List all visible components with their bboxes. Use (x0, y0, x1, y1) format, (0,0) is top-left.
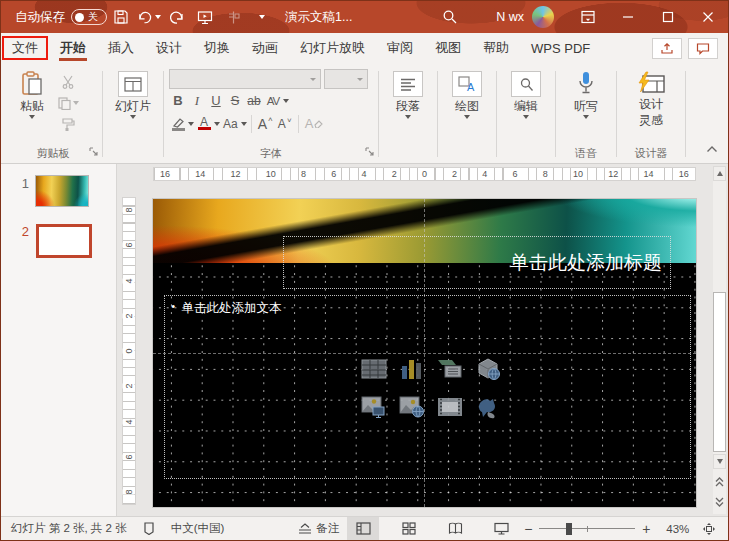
slide-canvas[interactable]: 单击此处添加标题 • 单击此处添加文本 (153, 199, 696, 507)
insert-picture-icon[interactable] (359, 394, 389, 420)
save-button[interactable] (109, 5, 133, 29)
fit-slide-to-window-button[interactable] (693, 517, 725, 541)
tab-view[interactable]: 视图 (424, 33, 472, 63)
slide-sorter-view-button[interactable] (393, 517, 425, 541)
vertical-scrollbar[interactable] (713, 166, 726, 514)
ribbon-display-options-button[interactable] (568, 1, 608, 33)
design-ideas-button[interactable]: 设计 灵感 (622, 69, 680, 127)
content-placeholder[interactable]: • 单击此处添加文本 (164, 295, 691, 479)
insert-online-picture-icon[interactable] (397, 394, 427, 420)
slide-thumbnail-2-selected[interactable] (36, 224, 92, 258)
decrease-font-size-button[interactable]: A˅ (276, 113, 294, 134)
zoom-out-button[interactable]: − (523, 524, 533, 534)
format-painter-button[interactable] (55, 115, 81, 133)
new-slide-button[interactable]: 幻灯片 (108, 69, 158, 119)
italic-button[interactable]: I (188, 90, 206, 111)
avatar[interactable] (532, 6, 554, 28)
tab-file[interactable]: 文件 (1, 33, 49, 63)
spacing-dropdown-icon[interactable] (283, 99, 289, 103)
change-case-dropdown-icon[interactable] (241, 122, 247, 126)
dictate-button[interactable]: 听写 (561, 69, 611, 119)
tab-review[interactable]: 审阅 (376, 33, 424, 63)
clear-formatting-button[interactable]: A (303, 113, 326, 134)
slide-info[interactable]: 幻灯片 第 2 张, 共 2 张 (11, 521, 127, 536)
insert-3d-model-icon[interactable] (473, 356, 503, 382)
change-case-button[interactable]: Aa (221, 113, 240, 134)
text-highlight-button[interactable] (169, 113, 187, 134)
drawing-dropdown-icon[interactable] (464, 115, 470, 119)
slide-thumbnail-1[interactable] (36, 176, 88, 206)
user-name[interactable]: N wx (496, 10, 524, 24)
insert-chart-icon[interactable] (397, 356, 427, 382)
tab-slideshow[interactable]: 幻灯片放映 (289, 33, 376, 63)
language-status[interactable]: 中文(中国) (171, 521, 225, 536)
font-size-combobox[interactable] (324, 69, 368, 89)
maximize-button[interactable] (648, 1, 688, 33)
undo-button[interactable] (137, 5, 161, 29)
tab-insert[interactable]: 插入 (97, 33, 145, 63)
search-button[interactable] (438, 5, 462, 29)
zoom-slider-thumb[interactable] (566, 523, 572, 535)
bold-button[interactable]: B (169, 90, 187, 111)
previous-slide-button[interactable] (713, 474, 726, 490)
start-slideshow-button[interactable] (193, 5, 217, 29)
title-placeholder[interactable]: 单击此处添加标题 (283, 236, 671, 289)
scrollbar-thumb[interactable] (713, 292, 726, 452)
ruler-horizontal[interactable]: 1614121086420246810121416 (153, 167, 696, 181)
ruler-vertical[interactable]: 864202468 (122, 197, 136, 505)
share-button[interactable] (652, 38, 682, 59)
cut-button[interactable] (55, 73, 81, 91)
paste-button[interactable]: 粘贴 (9, 69, 55, 119)
accessibility-button[interactable] (143, 522, 155, 535)
reading-view-button[interactable] (439, 517, 471, 541)
tab-wps-pdf[interactable]: WPS PDF (520, 33, 601, 63)
slides-dropdown-icon[interactable] (130, 115, 136, 119)
scroll-down-button[interactable] (713, 454, 726, 469)
comments-button[interactable] (688, 38, 718, 59)
notes-button[interactable]: 备注 (298, 521, 339, 536)
tab-help[interactable]: 帮助 (472, 33, 520, 63)
shadow-button[interactable]: S (226, 90, 244, 111)
font-color-button[interactable]: A (195, 113, 213, 134)
next-slide-button[interactable] (713, 494, 726, 510)
copy-button[interactable] (55, 94, 81, 112)
minimize-button[interactable] (608, 1, 648, 33)
drawing-button[interactable]: A 绘图 (443, 69, 491, 119)
font-name-combobox[interactable] (169, 69, 321, 89)
tab-transitions[interactable]: 切换 (193, 33, 241, 63)
strikethrough-button[interactable]: ab (245, 90, 263, 111)
normal-view-button[interactable] (347, 517, 379, 541)
thumbnail-item-1[interactable]: 1 (9, 176, 88, 206)
character-spacing-button[interactable]: AV (264, 90, 282, 111)
redo-button[interactable] (165, 5, 189, 29)
scroll-up-button[interactable] (713, 166, 726, 181)
insert-table-icon[interactable] (359, 356, 389, 382)
insert-video-icon[interactable] (435, 394, 465, 420)
paste-dropdown-icon[interactable] (29, 115, 35, 119)
zoom-level[interactable]: 43% (657, 523, 689, 535)
customize-qat-button[interactable] (249, 5, 273, 29)
tab-design[interactable]: 设计 (145, 33, 193, 63)
tab-home[interactable]: 开始 (49, 33, 97, 63)
increase-font-size-button[interactable]: A˄ (256, 113, 275, 134)
underline-button[interactable]: U (207, 90, 225, 111)
editing-dropdown-icon[interactable] (523, 115, 529, 119)
dictate-dropdown-icon[interactable] (583, 115, 589, 119)
slideshow-view-button[interactable] (485, 517, 517, 541)
zoom-slider[interactable] (539, 523, 635, 535)
copy-dropdown-icon[interactable] (73, 101, 79, 105)
tab-animations[interactable]: 动画 (241, 33, 289, 63)
insert-icons-icon[interactable] (473, 394, 503, 420)
collapse-ribbon-button[interactable] (706, 139, 718, 157)
font-color-dropdown-icon[interactable] (214, 122, 220, 126)
editing-button[interactable]: 编辑 (502, 69, 550, 119)
zoom-in-button[interactable]: + (641, 524, 651, 534)
autosave-toggle[interactable]: 关 (71, 9, 107, 25)
highlight-dropdown-icon[interactable] (188, 122, 194, 126)
paragraph-dropdown-icon[interactable] (405, 115, 411, 119)
close-button[interactable] (688, 1, 728, 33)
paragraph-button[interactable]: 段落 (384, 69, 432, 119)
clipboard-dialog-launcher[interactable] (89, 142, 98, 160)
thumbnail-item-2[interactable]: 2 (9, 224, 92, 258)
qat-extra-button[interactable] (221, 5, 245, 29)
